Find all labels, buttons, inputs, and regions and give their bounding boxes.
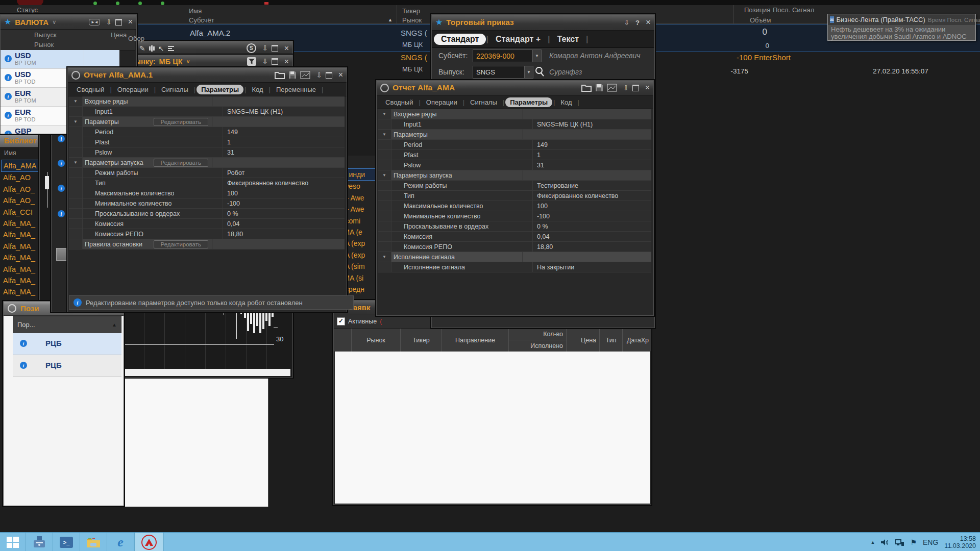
info-icon[interactable]: i [58, 135, 65, 142]
save-icon[interactable] [288, 71, 297, 79]
param-row-Входные ряды[interactable]: ▼Входные ряды [378, 109, 651, 119]
group-arrow-icon[interactable]: ▼ [69, 158, 83, 167]
pin-button[interactable]: ⇩ [624, 19, 629, 27]
edit-button[interactable]: Редактировать [154, 118, 208, 126]
powershell-button[interactable]: >_ [53, 533, 80, 551]
param-row-Комиссия[interactable]: Комиссия0,04 [378, 232, 651, 242]
param-row-Pslow[interactable]: Pslow31 [378, 160, 651, 170]
info-icon[interactable]: i [58, 160, 65, 167]
param-row-Проскальзывание в ордерах[interactable]: Проскальзывание в ордерах0 % [378, 221, 651, 232]
server-manager-button[interactable] [26, 533, 53, 551]
info-icon[interactable]: i [20, 340, 27, 347]
tab-Текст[interactable]: Текст [550, 34, 586, 45]
param-row-Максимальное количество[interactable]: Максимальное количество100 [378, 201, 651, 211]
save-icon[interactable] [595, 84, 603, 92]
param-row-Period[interactable]: Period149 [378, 140, 651, 150]
close-button[interactable]: × [646, 17, 651, 28]
currency-row[interactable]: iUSDBP TOM [1, 50, 119, 69]
param-row-Тип[interactable]: ТипФиксированное количество [69, 178, 345, 188]
col-status[interactable]: Статус [17, 6, 38, 14]
merge-icon[interactable]: ►◄ [89, 19, 100, 26]
col-position[interactable]: Позиция [744, 6, 770, 14]
orders-col-Рынок[interactable]: Рынок [352, 329, 401, 352]
chevron-down-icon[interactable]: ∨ [186, 58, 190, 65]
tab-Параметры[interactable]: Параметры [197, 85, 243, 94]
tab-Сводный[interactable]: Сводный [72, 85, 109, 94]
network-icon[interactable] [895, 539, 904, 546]
param-row-Параметры запуска[interactable]: ▼Параметры запуска [378, 170, 651, 181]
rating-market[interactable]: МБ ЦК [159, 58, 183, 66]
open-folder-icon[interactable] [275, 71, 285, 79]
dropdown-arrow-icon[interactable]: ▼ [532, 50, 541, 62]
param-row-Параметры[interactable]: ▼ПараметрыРедактировать [69, 117, 345, 127]
language-indicator[interactable]: ENG [923, 538, 938, 546]
info-icon[interactable]: i [5, 74, 12, 81]
param-row-Режим работы[interactable]: Режим работыРобот [69, 168, 345, 178]
pattern-icon[interactable] [149, 45, 155, 52]
start-button[interactable] [0, 533, 26, 551]
orders-table-empty[interactable] [335, 352, 650, 504]
tab-Стандарт[interactable]: Стандарт [434, 34, 486, 45]
info-icon[interactable]: i [58, 210, 65, 217]
pin-button[interactable]: ⇩ [623, 84, 629, 92]
param-row-Минимальное количество[interactable]: Минимальное количество-100 [378, 211, 651, 221]
active-checkbox[interactable]: ✓ [337, 317, 345, 325]
tab-Параметры[interactable]: Параметры [505, 97, 552, 107]
maximize-button[interactable] [632, 85, 639, 91]
internet-explorer-button[interactable]: e [107, 533, 134, 551]
dropdown-arrow-icon[interactable]: ▼ [524, 66, 533, 78]
param-row-Параметры запуска[interactable]: ▼Параметры запускаРедактировать [69, 158, 345, 168]
param-row-Input1[interactable]: Input1SNGS=МБ ЦК (H1) [69, 107, 345, 117]
param-row-Pfast[interactable]: Pfast1 [69, 137, 345, 147]
edit-button[interactable]: Редактировать [154, 159, 208, 167]
cursor-icon[interactable]: ↖ [158, 45, 164, 52]
issue-select[interactable]: SNGS ▼ [473, 66, 533, 79]
currency-icon[interactable]: S [247, 43, 256, 53]
chevron-down-icon[interactable]: ∨ [52, 19, 56, 26]
orders-col-Тикер[interactable]: Тикер [401, 329, 442, 352]
info-icon[interactable]: i [5, 55, 12, 62]
close-button[interactable]: × [284, 57, 289, 66]
volume-icon[interactable] [881, 539, 889, 546]
group-arrow-icon[interactable]: ▼ [378, 130, 391, 139]
orders-col-date[interactable]: ДатаХр [623, 329, 651, 352]
group-arrow-icon[interactable]: ▼ [69, 96, 83, 106]
search-icon[interactable] [534, 66, 545, 78]
action-center-flag-icon[interactable]: ⚑ [910, 538, 917, 546]
param-row-Period[interactable]: Period149 [69, 127, 345, 137]
news-source[interactable]: Бизнес-Лента (Прайм-ТАСС) [837, 16, 925, 23]
orders-col-qty[interactable]: Кол-воИсполнено [509, 329, 567, 352]
position-row[interactable]: iРЦБ [13, 355, 121, 377]
tab-Стандарт +[interactable]: Стандарт + [488, 34, 548, 45]
close-button[interactable]: × [338, 70, 343, 80]
levels-icon[interactable] [168, 46, 174, 51]
info-icon[interactable]: i [5, 131, 12, 134]
open-folder-icon[interactable] [581, 84, 592, 92]
trading-app-button[interactable] [134, 533, 164, 551]
maximize-button[interactable] [326, 72, 332, 79]
positions-header[interactable]: Пор... ▲ [13, 316, 121, 334]
col-subaccount[interactable]: Субсчёт [189, 16, 214, 24]
currency-window-title[interactable]: ВАЛЮТА [15, 18, 48, 27]
info-icon[interactable]: i [58, 185, 65, 192]
library-col-name[interactable]: Имя [4, 149, 16, 157]
group-arrow-icon[interactable]: ▼ [69, 117, 83, 127]
tab-Сигналы[interactable]: Сигналы [157, 85, 193, 94]
orders-col-Тип[interactable]: Тип [600, 329, 623, 352]
param-row-Режим работы[interactable]: Режим работыТестирование [378, 181, 651, 191]
param-row-Pfast[interactable]: Pfast1 [378, 150, 651, 160]
col-price[interactable]: Цена [111, 31, 127, 39]
param-row-Исполнение сигнала[interactable]: ▼Исполнение сигнала [378, 252, 651, 262]
subaccount-select[interactable]: 220369-000 ▼ [473, 49, 542, 62]
group-arrow-icon[interactable]: ▼ [378, 170, 391, 180]
report2-window[interactable]: Отчет Alfa_AMA ⇩ × Сводный|Операции|Сигн… [376, 80, 654, 316]
param-row-Входные ряды[interactable]: ▼Входные ряды [69, 96, 345, 107]
tab-Операции[interactable]: Операции [113, 85, 153, 94]
maximize-button[interactable] [272, 58, 278, 65]
param-row-Максимальное количество[interactable]: Максимальное количество100 [69, 188, 345, 198]
param-row-Исполнение сигнала[interactable]: Исполнение сигналаНа закрытии [378, 262, 651, 272]
param-row-Проскальзывание в ордерах[interactable]: Проскальзывание в ордерах0 % [69, 209, 345, 219]
tab-Переменные[interactable]: Переменные [272, 85, 321, 94]
file-explorer-button[interactable] [80, 533, 107, 551]
report1-window[interactable]: Отчет Alfa_AMA.1 ⇩ × Сводный|Операции|Си… [67, 67, 347, 312]
